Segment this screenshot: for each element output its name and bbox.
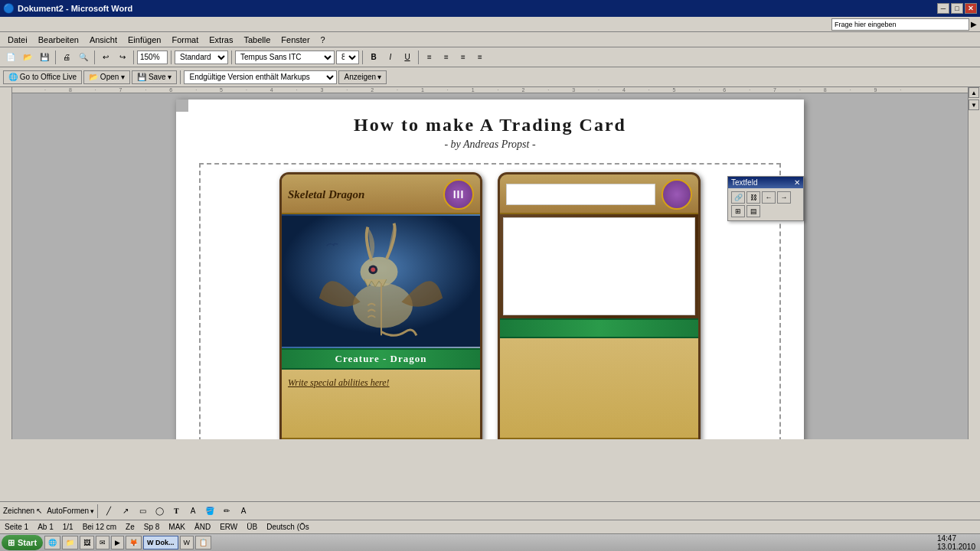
textfeld-title-label: Textfeld bbox=[731, 178, 757, 187]
menu-extras[interactable]: Extras bbox=[204, 34, 237, 45]
font-name-select[interactable]: Tempus Sans ITC bbox=[235, 51, 335, 64]
office-live-button[interactable]: 🌐 Go to Office Live bbox=[3, 70, 82, 84]
align-justify-button[interactable]: ≡ bbox=[472, 50, 488, 65]
draw-ellipse-button[interactable]: ◯ bbox=[152, 504, 167, 519]
preview-button[interactable]: 🔍 bbox=[76, 50, 91, 65]
cards-container: Skeletal Dragon III bbox=[199, 163, 781, 439]
minimize-button[interactable]: ─ bbox=[937, 3, 949, 14]
scroll-up-button[interactable]: ▲ bbox=[969, 87, 979, 98]
redo-button[interactable]: ↪ bbox=[115, 50, 130, 65]
zoom-input[interactable] bbox=[137, 51, 168, 64]
textfeld-btn-2[interactable]: ⛓ bbox=[746, 191, 760, 204]
card-name: Skeletal Dragon bbox=[288, 188, 364, 201]
open-button[interactable]: 📂 bbox=[20, 50, 35, 65]
draw-line-color-button[interactable]: ✏ bbox=[219, 504, 234, 519]
scroll-down-button[interactable]: ▼ bbox=[969, 99, 979, 110]
menu-ansicht[interactable]: Ansicht bbox=[85, 34, 122, 45]
card-right[interactable]: Artwork bbox=[498, 172, 701, 439]
draw-rect-button[interactable]: ▭ bbox=[135, 504, 150, 519]
start-icon: ⊞ bbox=[8, 538, 15, 548]
align-right-button[interactable]: ≡ bbox=[456, 50, 471, 65]
help-search-input[interactable] bbox=[831, 18, 969, 31]
draw-label[interactable]: Zeichnen bbox=[3, 507, 34, 515]
task-email-button[interactable]: ✉ bbox=[96, 536, 109, 549]
textfeld-btn-5[interactable]: ⊞ bbox=[731, 205, 745, 217]
time-display: 14:47 bbox=[937, 534, 975, 543]
autoformen-dropdown[interactable]: ▾ bbox=[90, 507, 94, 515]
doc-type-select[interactable]: Standard bbox=[175, 51, 228, 64]
menu-fenster[interactable]: Fenster bbox=[276, 34, 314, 45]
date-display: 13.01.2010 bbox=[937, 543, 975, 551]
title-bar-left: 🔵 Dokument2 - Microsoft Word bbox=[3, 3, 132, 14]
menu-bar: Datei Bearbeiten Ansicht Einfügen Format… bbox=[0, 32, 980, 47]
maximize-button[interactable]: □ bbox=[951, 3, 963, 14]
start-label: Start bbox=[18, 538, 37, 547]
task-explorer-button[interactable]: 📁 bbox=[62, 536, 78, 549]
card-type-bar: Creature - Dragon bbox=[282, 348, 480, 370]
vertical-scrollbar[interactable]: ▲ ▼ bbox=[968, 87, 980, 439]
textfeld-body: 🔗 ⛓ ← → ⊞ ▤ bbox=[728, 188, 803, 220]
task-word2-button[interactable]: W bbox=[180, 536, 194, 549]
align-left-button[interactable]: ≡ bbox=[422, 50, 437, 65]
show-button[interactable]: Anzeigen ▾ bbox=[338, 70, 387, 84]
open-doc-button[interactable]: 📂 Open ▾ bbox=[83, 70, 130, 84]
font-size-select[interactable]: 8 bbox=[336, 51, 359, 64]
textfeld-btn-3[interactable]: ← bbox=[762, 191, 776, 204]
save-button[interactable]: 💾 bbox=[37, 50, 52, 65]
textfeld-close-button[interactable]: ✕ bbox=[794, 178, 800, 187]
task-firefox-button[interactable]: 🦊 bbox=[126, 536, 142, 549]
menu-help[interactable]: ? bbox=[316, 34, 330, 45]
toolbar-2: 🌐 Go to Office Live 📂 Open ▾ 💾 Save ▾ En… bbox=[0, 67, 980, 87]
close-button[interactable]: ✕ bbox=[965, 3, 977, 14]
status-page: Seite 1 bbox=[5, 523, 28, 531]
card-right-level bbox=[662, 179, 692, 210]
menu-tabelle[interactable]: Tabelle bbox=[239, 34, 275, 45]
draw-wordart-button[interactable]: A bbox=[185, 504, 201, 519]
underline-button[interactable]: U bbox=[400, 50, 415, 65]
task-ie-button[interactable]: 🌐 bbox=[44, 536, 60, 549]
status-erw: ERW bbox=[220, 523, 237, 531]
card-right-name-placeholder[interactable] bbox=[506, 184, 655, 205]
bold-button[interactable]: B bbox=[366, 50, 381, 65]
card-right-header bbox=[500, 174, 698, 214]
tracking-select[interactable]: Endgültige Version enthält Markups bbox=[184, 70, 337, 84]
draw-fill-button[interactable]: 🪣 bbox=[202, 504, 217, 519]
textfeld-btn-6[interactable]: ▤ bbox=[746, 205, 760, 217]
menu-datei[interactable]: Datei bbox=[3, 34, 32, 45]
undo-button[interactable]: ↩ bbox=[98, 50, 113, 65]
left-ruler bbox=[0, 87, 12, 439]
task-word-button[interactable]: W Dok... bbox=[143, 536, 178, 549]
taskbar: ⊞ Start 🌐 📁 🖼 ✉ ▶ 🦊 W Dok... W 📋 14:47 1… bbox=[0, 533, 980, 551]
draw-textbox-button[interactable]: 𝐓 bbox=[168, 504, 184, 519]
menu-format[interactable]: Format bbox=[167, 34, 203, 45]
draw-font-color-button[interactable]: A bbox=[236, 504, 251, 519]
card-level: III bbox=[443, 179, 474, 210]
sep-7 bbox=[418, 51, 419, 64]
print-button[interactable]: 🖨 bbox=[59, 50, 74, 65]
draw-line-button[interactable]: ╱ bbox=[101, 504, 116, 519]
textfeld-title-bar: Textfeld ✕ bbox=[728, 177, 803, 188]
menu-einfuegen[interactable]: Einfügen bbox=[123, 34, 165, 45]
title-bar-controls: ─ □ ✕ bbox=[937, 3, 977, 14]
draw-arrow-button[interactable]: ↗ bbox=[118, 504, 133, 519]
textfeld-btn-1[interactable]: 🔗 bbox=[731, 191, 745, 204]
save-doc-button[interactable]: 💾 Save ▾ bbox=[132, 70, 177, 84]
task-media-button[interactable]: 🖼 bbox=[80, 536, 94, 549]
status-lang: Deutsch (Ös bbox=[266, 523, 309, 531]
card-inner: Skeletal Dragon III bbox=[282, 174, 480, 439]
start-button[interactable]: ⊞ Start bbox=[2, 535, 43, 550]
autoformen-button[interactable]: AutoFormen bbox=[47, 507, 89, 515]
status-sp: Sp 8 bbox=[144, 523, 160, 531]
italic-button[interactable]: I bbox=[383, 50, 398, 65]
menu-bearbeiten[interactable]: Bearbeiten bbox=[34, 34, 83, 45]
textfeld-btn-4[interactable]: → bbox=[777, 191, 791, 204]
drawing-toolbar: Zeichnen ↖ AutoFormen ▾ ╱ ↗ ▭ ◯ 𝐓 A 🪣 ✏ … bbox=[0, 501, 980, 520]
card-abilities-text: Write special abilities here! bbox=[288, 376, 474, 390]
align-center-button[interactable]: ≡ bbox=[439, 50, 454, 65]
task-media2-button[interactable]: ▶ bbox=[111, 536, 124, 549]
task-app-button[interactable]: 📋 bbox=[195, 536, 211, 549]
card-left[interactable]: Skeletal Dragon III bbox=[279, 172, 482, 439]
new-button[interactable]: 📄 bbox=[3, 50, 18, 65]
draw-cursor[interactable]: ↖ bbox=[36, 507, 42, 515]
help-search-button[interactable]: ▶ bbox=[971, 20, 977, 28]
